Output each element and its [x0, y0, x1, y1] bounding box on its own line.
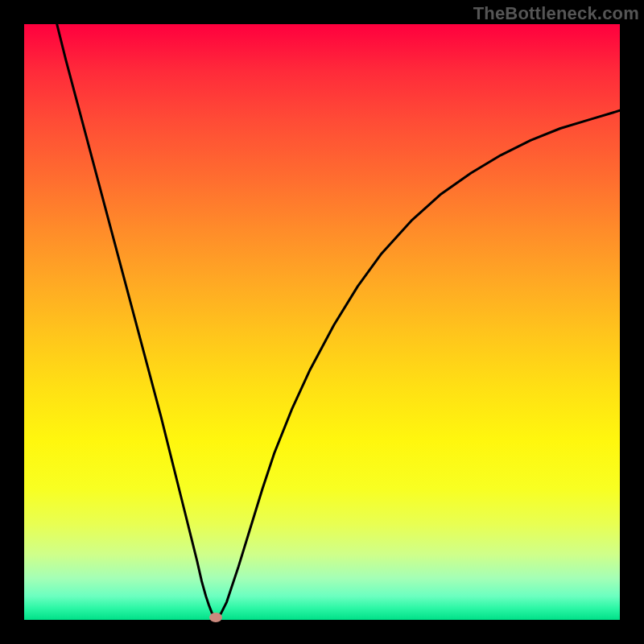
- chart-frame: TheBottleneck.com: [0, 0, 644, 644]
- watermark-text: TheBottleneck.com: [473, 3, 639, 24]
- curve-layer: [24, 24, 620, 620]
- plot-area: [24, 24, 620, 620]
- minimum-marker: [209, 613, 222, 622]
- bottleneck-curve: [57, 24, 620, 617]
